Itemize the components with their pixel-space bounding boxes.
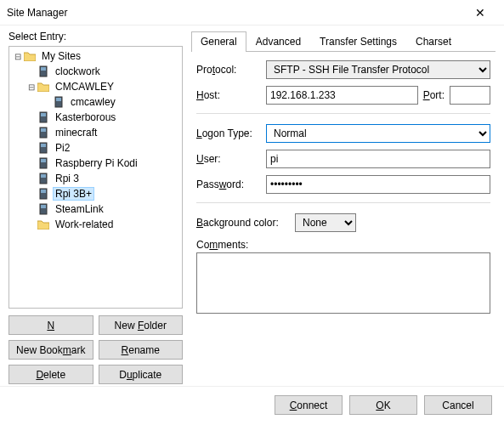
- tab-bar: General Advanced Transfer Settings Chars…: [191, 31, 496, 52]
- tree-item-label: clockwork: [54, 65, 102, 77]
- password-label: Password:: [196, 178, 261, 190]
- new-folder-button[interactable]: New Folder: [99, 315, 184, 335]
- svg-rect-1: [41, 67, 46, 71]
- tree-root-label: My Sites: [40, 50, 82, 62]
- tree-item[interactable]: clockwork: [9, 64, 182, 79]
- comments-label: Comments:: [196, 239, 261, 251]
- tree-item[interactable]: Raspberry Pi Kodi: [9, 156, 182, 171]
- connect-button[interactable]: Connect: [275, 395, 343, 415]
- folder-icon: [23, 50, 37, 62]
- svg-rect-11: [41, 159, 46, 162]
- general-panel: Protocol: SFTP - SSH File Transfer Proto…: [191, 52, 496, 384]
- collapse-icon[interactable]: ⊟: [26, 82, 37, 92]
- tree-item-label: Pi2: [54, 142, 71, 154]
- new-bookmark-button[interactable]: New Bookmark: [8, 340, 93, 360]
- server-icon: [37, 188, 50, 200]
- separator: [196, 113, 490, 114]
- svg-rect-9: [41, 144, 46, 147]
- tree-item[interactable]: Kasterborous: [9, 110, 182, 125]
- tree-item-label: minecraft: [54, 127, 99, 139]
- window-title: Site Manager: [7, 7, 463, 19]
- server-icon: [37, 157, 50, 169]
- svg-rect-15: [41, 190, 46, 193]
- left-pane: Select Entry: ⊟ My Sites clockwork⊟CMCAW…: [8, 31, 183, 384]
- tree-item-label: Kasterborous: [54, 111, 117, 123]
- collapse-icon[interactable]: ⊟: [13, 52, 23, 61]
- tree-item-label: Raspberry Pi Kodi: [54, 157, 139, 169]
- tab-charset[interactable]: Charset: [406, 31, 461, 52]
- tab-transfer-settings[interactable]: Transfer Settings: [310, 31, 406, 52]
- logon-type-select[interactable]: Normal: [266, 124, 490, 143]
- host-label: Host:: [196, 89, 261, 101]
- tree-item[interactable]: Work-related: [9, 217, 182, 232]
- svg-rect-7: [41, 128, 46, 132]
- svg-rect-17: [41, 205, 46, 208]
- server-icon: [37, 127, 50, 139]
- port-input[interactable]: [450, 86, 490, 105]
- bgcolor-select[interactable]: None: [295, 213, 356, 232]
- tree-item[interactable]: Pi2: [9, 140, 182, 156]
- tree-item[interactable]: Rpi 3B+: [9, 186, 182, 201]
- dialog-footer: Connect OK Cancel: [0, 386, 504, 425]
- tree-item[interactable]: Rpi 3: [9, 171, 182, 186]
- tree-item[interactable]: ⊟CMCAWLEY: [9, 79, 182, 94]
- delete-button[interactable]: Delete: [8, 365, 93, 384]
- rename-button[interactable]: Rename: [99, 340, 184, 360]
- host-input[interactable]: [266, 86, 418, 105]
- tree-root[interactable]: ⊟ My Sites: [9, 48, 182, 64]
- svg-rect-5: [41, 113, 46, 116]
- cancel-button[interactable]: Cancel: [424, 395, 492, 415]
- folder-icon: [37, 218, 50, 230]
- server-icon: [37, 111, 50, 123]
- server-icon: [52, 96, 65, 108]
- right-pane: General Advanced Transfer Settings Chars…: [191, 31, 496, 384]
- port-label: Port:: [423, 89, 445, 101]
- password-input[interactable]: [266, 175, 490, 194]
- comments-textarea[interactable]: [196, 252, 490, 314]
- svg-rect-3: [56, 98, 61, 101]
- folder-icon: [37, 81, 50, 93]
- tab-general[interactable]: General: [191, 31, 246, 52]
- server-icon: [37, 142, 50, 154]
- server-icon: [37, 173, 50, 184]
- tree-item[interactable]: minecraft: [9, 125, 182, 140]
- close-icon[interactable]: ✕: [463, 6, 497, 20]
- protocol-select[interactable]: SFTP - SSH File Transfer Protocol: [266, 60, 490, 79]
- titlebar: Site Manager ✕: [0, 0, 504, 26]
- protocol-label: Protocol:: [196, 64, 261, 76]
- tree-item[interactable]: cmcawley: [9, 94, 182, 110]
- tree-item[interactable]: SteamLink: [9, 201, 182, 217]
- site-tree[interactable]: ⊟ My Sites clockwork⊟CMCAWLEYcmcawleyKas…: [8, 46, 183, 309]
- tree-item-label: cmcawley: [69, 96, 117, 108]
- svg-rect-13: [41, 174, 46, 178]
- tab-advanced[interactable]: Advanced: [246, 31, 310, 52]
- logon-type-label: Logon Type:: [196, 128, 261, 139]
- user-input[interactable]: [266, 150, 490, 168]
- tree-item-label: Rpi 3B+: [54, 188, 93, 200]
- tree-item-label: Work-related: [54, 218, 115, 230]
- separator: [196, 202, 490, 203]
- tree-item-label: CMCAWLEY: [54, 81, 116, 93]
- ok-button[interactable]: OK: [349, 395, 417, 415]
- tree-item-label: Rpi 3: [54, 173, 81, 184]
- select-entry-label: Select Entry:: [8, 31, 183, 42]
- server-icon: [37, 65, 50, 77]
- new-site-button[interactable]: N: [8, 315, 93, 335]
- duplicate-button[interactable]: Duplicate: [99, 365, 184, 384]
- server-icon: [37, 203, 50, 215]
- bgcolor-label: Background color:: [196, 217, 290, 229]
- user-label: User:: [196, 153, 261, 165]
- tree-item-label: SteamLink: [54, 203, 105, 215]
